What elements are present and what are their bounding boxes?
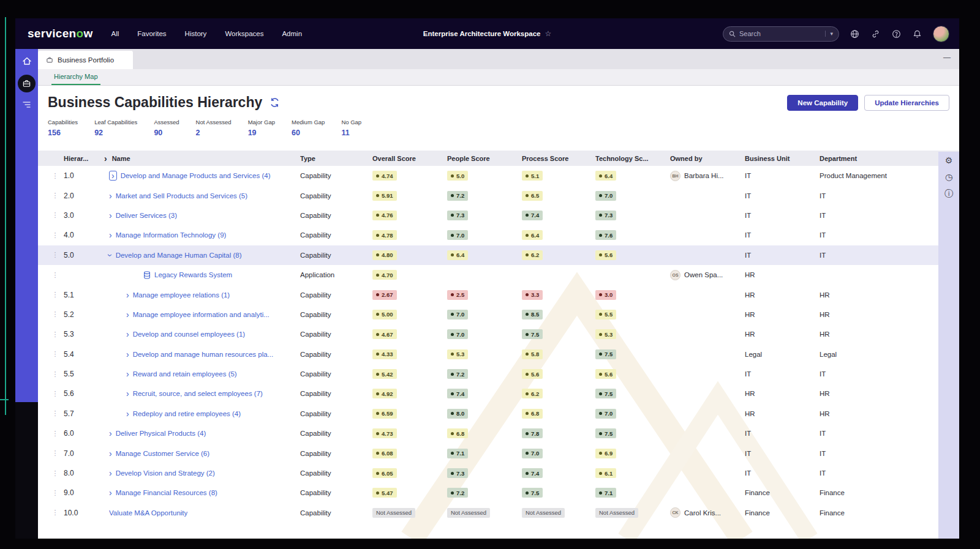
expand-icon[interactable]: › [126,350,129,359]
expand-icon[interactable]: › [111,171,115,180]
capability-link[interactable]: Recruit, source, and select employees (7… [133,390,263,397]
expand-icon[interactable]: › [126,310,129,319]
capability-name-cell[interactable]: ›Manage Customer Service (6) [104,449,300,458]
search-input[interactable] [739,30,821,37]
expand-icon[interactable]: › [126,330,129,338]
capability-link[interactable]: Market and Sell Products and Services (5… [116,192,247,200]
stat-value[interactable]: 60 [292,129,325,137]
home-icon[interactable] [21,56,32,67]
row-drag-handle[interactable]: ⋮ [47,449,64,457]
row-drag-handle[interactable]: ⋮ [47,469,64,477]
expand-icon[interactable]: › [109,449,112,458]
link-icon[interactable] [870,29,881,39]
header-people-score[interactable]: People Score [447,155,522,162]
expand-icon[interactable]: › [109,469,112,477]
table-row[interactable]: ⋮10.0Valuate M&A OpportunityCapabilityNo… [38,503,959,523]
expand-icon[interactable]: › [126,291,129,299]
table-row[interactable]: ⋮5.6›Recruit, source, and select employe… [38,384,959,403]
expand-all-icon[interactable]: › [104,154,107,163]
capability-link[interactable]: Develop and Manage Human Capital (8) [116,252,242,259]
table-row[interactable]: ⋮5.0›Develop and Manage Human Capital (8… [38,245,959,265]
table-row[interactable]: ⋮2.0›Market and Sell Products and Servic… [38,185,959,205]
capability-name-cell[interactable]: ›Deliver Physical Products (4) [104,429,300,438]
row-drag-handle[interactable]: ⋮ [47,350,64,358]
update-hierarchies-button[interactable]: Update Hierarchies [864,95,949,111]
capability-name-cell[interactable]: ›Develop Vision and Strategy (2) [104,469,300,477]
expand-icon[interactable]: › [109,231,112,239]
header-process-score[interactable]: Process Score [522,155,595,162]
settings-icon[interactable]: ⚙ [945,156,953,165]
nav-item-admin[interactable]: Admin [282,30,302,37]
capability-name-cell[interactable]: ›Redeploy and retire employees (4) [104,409,300,418]
expand-icon[interactable]: › [109,192,112,200]
bell-icon[interactable] [912,29,922,39]
capability-link[interactable]: Manage Information Technology (9) [116,231,227,239]
capability-name-cell[interactable]: ›Market and Sell Products and Services (… [104,192,300,200]
row-drag-handle[interactable]: ⋮ [47,251,64,259]
table-row[interactable]: ⋮7.0›Manage Customer Service (6)Capabili… [38,443,959,463]
expand-icon[interactable]: › [109,488,112,497]
table-row[interactable]: ⋮5.2›Manage employee information and ana… [38,305,959,324]
capability-name-cell[interactable]: ›Manage employee relations (1) [104,291,300,299]
capability-link[interactable]: Deliver Services (3) [116,212,177,219]
header-type[interactable]: Type [300,155,372,162]
capability-link[interactable]: Redeploy and retire employees (4) [133,410,241,417]
nav-item-history[interactable]: History [185,30,207,37]
globe-icon[interactable] [850,29,860,39]
stat-value[interactable]: 92 [94,129,137,137]
row-drag-handle[interactable]: ⋮ [47,291,64,299]
row-drag-handle[interactable]: ⋮ [47,489,64,497]
header-business-unit[interactable]: Business Unit [745,155,820,162]
expand-icon[interactable]: › [126,370,129,378]
row-drag-handle[interactable]: ⋮ [47,331,64,338]
collapse-icon[interactable]: › [106,253,115,256]
table-row[interactable]: ⋮9.0›Manage Financial Resources (8)Capab… [38,483,959,502]
row-drag-handle[interactable]: ⋮ [47,370,64,378]
table-row[interactable]: ⋮3.0›Deliver Services (3)Capability4.767… [38,206,959,225]
capability-name-cell[interactable]: ›Develop and Manage Human Capital (8) [104,251,300,260]
table-row[interactable]: ⋮5.4›Develop and manage human resources … [38,345,959,364]
row-drag-handle[interactable]: ⋮ [47,310,64,318]
workspace-title[interactable]: Enterprise Architecture Workspace ☆ [423,29,552,38]
capability-name-cell[interactable]: ›Develop and counsel employees (1) [104,330,300,338]
table-row[interactable]: ⋮5.1›Manage employee relations (1)Capabi… [38,285,959,304]
table-row[interactable]: ⋮5.5›Reward and retain employees (5)Capa… [38,364,959,384]
header-owned-by[interactable]: Owned by [670,155,745,162]
new-capability-button[interactable]: New Capability [787,95,858,111]
header-technology-score[interactable]: Technology Sc... [595,155,670,162]
capability-link[interactable]: Manage Financial Resources (8) [116,489,217,496]
capability-name-cell[interactable]: Valuate M&A Opportunity [104,509,300,517]
search-scope-dropdown[interactable]: ▾ [825,31,833,37]
capability-name-cell[interactable]: ›Manage employee information and analyti… [104,310,300,319]
row-drag-handle[interactable]: ⋮ [47,390,64,398]
row-drag-handle[interactable]: ⋮ [47,509,64,517]
favorite-star-icon[interactable]: ☆ [545,29,551,38]
stat-value[interactable]: 11 [341,129,361,137]
header-department[interactable]: Department [820,155,937,162]
capability-name-cell[interactable]: ›Reward and retain employees (5) [104,370,300,378]
tab-business-portfolio[interactable]: Business Portfolio [38,51,133,69]
capability-name-cell[interactable]: ›Develop and manage human resources pla.… [104,350,300,359]
capability-link[interactable]: Manage employee relations (1) [133,291,230,299]
sidebar-item-business-portfolio[interactable] [18,75,36,92]
capability-name-cell[interactable]: ›Develop and Manage Products and Service… [104,171,300,181]
help-icon[interactable] [891,29,902,39]
row-drag-handle[interactable]: ⋮ [47,172,64,180]
capability-link[interactable]: Reward and retain employees (5) [133,370,237,378]
table-row[interactable]: ⋮5.3›Develop and counsel employees (1)Ca… [38,324,959,344]
row-drag-handle[interactable]: ⋮ [47,409,64,417]
expand-icon[interactable]: › [109,429,112,438]
stat-value[interactable]: 19 [248,129,275,137]
hierarchy-list-icon[interactable] [22,100,32,109]
capability-name-cell[interactable]: ›Deliver Services (3) [104,211,300,220]
capability-name-cell[interactable]: Legacy Rewards System [104,271,300,279]
global-search[interactable]: ▾ [723,26,839,42]
capability-link[interactable]: Valuate M&A Opportunity [109,509,187,517]
capability-link[interactable]: Manage employee information and analyti.… [133,311,270,318]
table-row[interactable]: ⋮8.0›Develop Vision and Strategy (2)Capa… [38,463,959,483]
refresh-icon[interactable] [270,97,280,108]
capability-link[interactable]: Develop and counsel employees (1) [133,331,245,338]
capability-link[interactable]: Manage Customer Service (6) [116,450,209,457]
nav-item-workspaces[interactable]: Workspaces [225,30,263,37]
header-hierarchy[interactable]: Hierar... [64,155,104,162]
